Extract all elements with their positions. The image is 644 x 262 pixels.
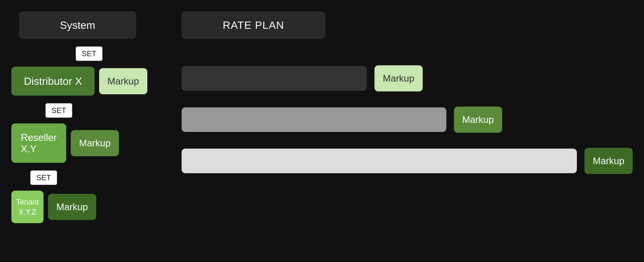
- distributor-label: Distributor X: [24, 75, 82, 87]
- rate-plan-markup-1[interactable]: Markup: [374, 65, 423, 91]
- tenant-row: TenantX.Y.Z Markup: [11, 191, 96, 223]
- main-container: System SET Distributor X Markup SET Rese…: [0, 0, 644, 262]
- rate-plan-row-1: Markup: [182, 65, 633, 91]
- rate-plan-label: RATE PLAN: [222, 19, 284, 31]
- reseller-row: Reseller X.Y Markup: [11, 123, 119, 163]
- rate-plan-medium-bar: [182, 107, 446, 132]
- markup-badge-2[interactable]: Markup: [71, 130, 119, 156]
- distributor-row: Distributor X Markup: [11, 67, 147, 96]
- tenant-label: TenantX.Y.Z: [16, 197, 39, 217]
- rate-plan-row-3: Markup: [182, 148, 633, 174]
- set-row-1: SET: [76, 46, 102, 61]
- tenant-box[interactable]: TenantX.Y.Z: [11, 191, 44, 223]
- rate-plan-dark-bar: [182, 66, 367, 91]
- left-panel: System SET Distributor X Markup SET Rese…: [11, 8, 144, 254]
- system-label: System: [60, 19, 95, 31]
- reseller-box[interactable]: Reseller X.Y: [11, 123, 66, 163]
- markup-badge-3[interactable]: Markup: [48, 194, 96, 220]
- right-panel: RATE PLAN Markup Markup Markup: [182, 8, 633, 254]
- rate-plan-light-bar: [182, 149, 577, 173]
- set-badge-2[interactable]: SET: [46, 103, 72, 118]
- rate-plan-row-2: Markup: [182, 107, 633, 133]
- rate-plan-markup-3[interactable]: Markup: [584, 148, 633, 174]
- rate-plan-markup-2[interactable]: Markup: [454, 107, 502, 133]
- set-row-2: SET: [46, 103, 72, 118]
- system-box: System: [19, 11, 136, 39]
- set-row-3: SET: [30, 170, 57, 185]
- rate-plan-box: RATE PLAN: [182, 11, 325, 39]
- markup-badge-1[interactable]: Markup: [99, 68, 147, 94]
- set-badge-1[interactable]: SET: [76, 46, 102, 61]
- distributor-box[interactable]: Distributor X: [11, 67, 94, 96]
- reseller-label: Reseller X.Y: [21, 132, 57, 154]
- set-badge-3[interactable]: SET: [30, 170, 57, 185]
